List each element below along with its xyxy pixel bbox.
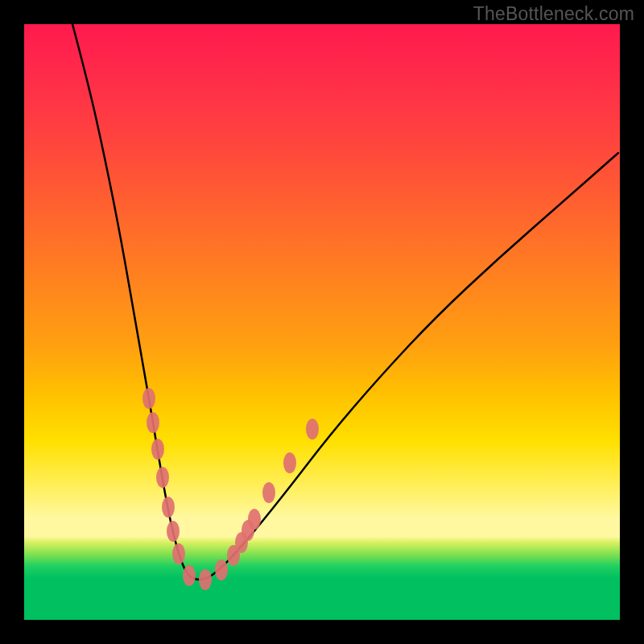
chart-frame: TheBottleneck.com bbox=[0, 0, 644, 644]
marker-dot bbox=[199, 569, 212, 590]
marker-dot bbox=[306, 419, 319, 440]
marker-dot bbox=[147, 412, 159, 433]
marker-dot bbox=[162, 497, 175, 518]
bottleneck-curve-svg bbox=[24, 24, 620, 620]
marker-dot bbox=[156, 467, 169, 488]
marker-dot bbox=[283, 452, 296, 473]
watermark-text: TheBottleneck.com bbox=[473, 3, 634, 25]
marker-dot bbox=[172, 543, 185, 564]
marker-dot bbox=[167, 521, 180, 542]
plot-area bbox=[24, 24, 620, 620]
marker-dot bbox=[151, 439, 164, 460]
marker-dot bbox=[183, 565, 196, 586]
marker-dot bbox=[262, 482, 275, 503]
bottleneck-curve-path bbox=[72, 24, 618, 580]
marker-dot bbox=[215, 559, 228, 580]
marker-dot bbox=[142, 388, 155, 409]
marker-dots bbox=[142, 388, 319, 590]
marker-dot bbox=[248, 509, 261, 530]
